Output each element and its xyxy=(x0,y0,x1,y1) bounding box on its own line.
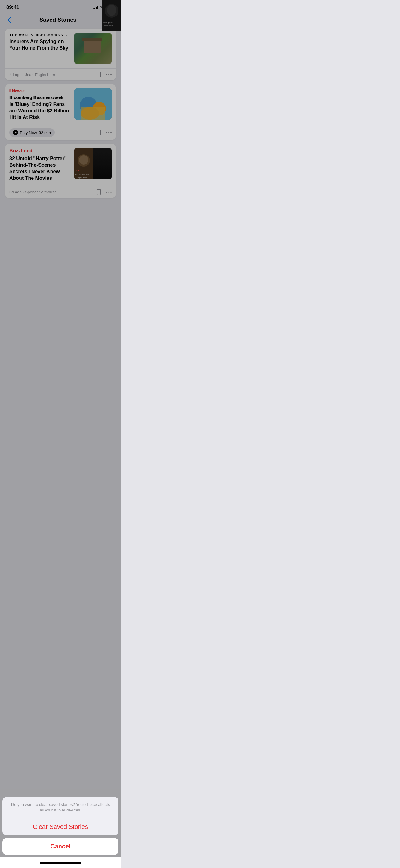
action-sheet-overlay: Do you want to clear saved stories? Your… xyxy=(0,0,121,262)
